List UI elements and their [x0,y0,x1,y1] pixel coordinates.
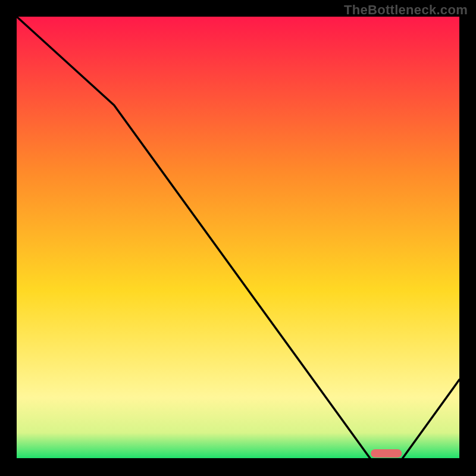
plot-svg [17,17,459,459]
optimal-range-marker [371,449,402,458]
watermark-text: TheBottleneck.com [344,2,468,18]
bottleneck-curve-plot [17,17,459,459]
chart-container: TheBottleneck.com [0,0,476,476]
gradient-background [17,17,459,459]
